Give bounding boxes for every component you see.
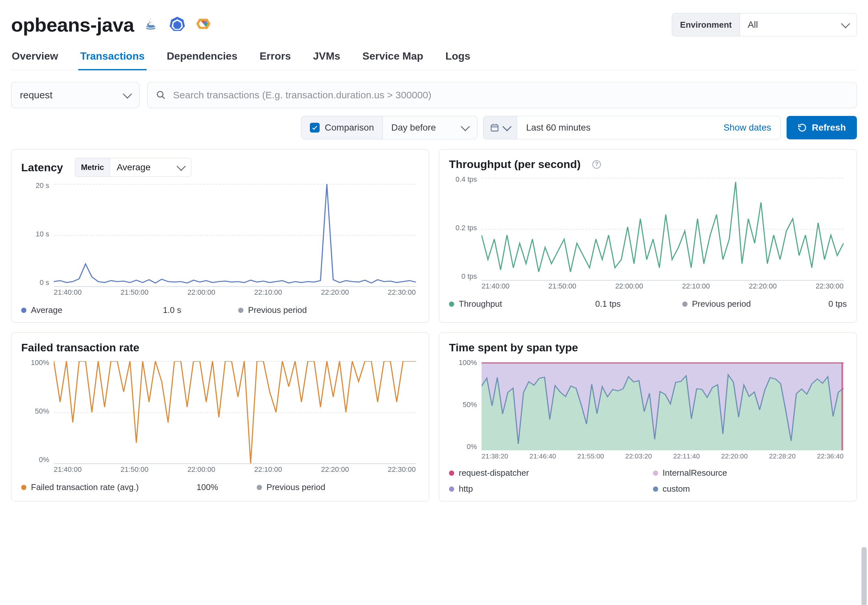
legend-value: 0 tps: [829, 299, 847, 309]
legend-dot: [257, 485, 262, 490]
info-icon[interactable]: ?: [592, 160, 601, 169]
tab-overview[interactable]: Overview: [11, 50, 59, 70]
environment-select[interactable]: All: [739, 13, 857, 37]
legend-dot: [238, 308, 243, 313]
tab-jvms[interactable]: JVMs: [313, 50, 341, 70]
legend-label: custom: [663, 484, 690, 494]
transaction-type-select[interactable]: request: [11, 82, 140, 108]
y-tick: 50%: [35, 408, 49, 415]
transaction-type-value: request: [20, 90, 53, 101]
metric-label: Metric: [75, 158, 110, 177]
panel-title: Latency: [21, 161, 63, 174]
x-tick: 21:55:00: [577, 452, 604, 463]
tab-service-map[interactable]: Service Map: [362, 50, 424, 70]
x-tick: 22:00:00: [615, 282, 643, 293]
failed-rate-chart[interactable]: 100% 50% 0% 21:40:00 21:50:00 22:00:00 2…: [21, 359, 419, 477]
x-tick: 21:50:00: [121, 465, 149, 477]
chevron-down-icon: [123, 90, 132, 99]
x-tick: 22:36:40: [817, 452, 843, 463]
x-tick: 21:40:00: [54, 465, 82, 477]
tab-errors[interactable]: Errors: [259, 50, 291, 70]
svg-point-8: [157, 91, 163, 97]
y-tick: 0 tps: [461, 273, 477, 280]
comparison-toggle[interactable]: Comparison: [301, 116, 383, 139]
legend-dot: [653, 470, 658, 476]
metric-value: Average: [117, 162, 150, 173]
chevron-down-icon: [841, 19, 850, 28]
x-tick: 22:03:20: [625, 452, 652, 463]
y-tick: 0%: [467, 443, 477, 450]
svg-rect-10: [491, 125, 498, 131]
legend-dot: [682, 302, 688, 307]
legend-label: request-dispatcher: [459, 468, 529, 478]
legend-value: 0.1 tps: [595, 299, 621, 309]
tabs: Overview Transactions Dependencies Error…: [11, 40, 857, 70]
legend-dot: [449, 470, 454, 476]
legend-label: Failed transaction rate (avg.): [31, 482, 139, 492]
date-quick-select[interactable]: [483, 116, 517, 139]
panel-span-type: Time spent by span type 100% 50% 0% 21:3…: [439, 333, 857, 501]
environment-label: Environment: [672, 13, 739, 37]
gcp-icon: [195, 15, 211, 34]
panel-title: Time spent by span type: [449, 341, 578, 354]
legend-dot: [449, 302, 454, 307]
show-dates-link[interactable]: Show dates: [723, 122, 771, 133]
panel-latency: Latency Metric Average 20 s 10 s 0 s: [11, 149, 429, 323]
search-placeholder: Search transactions (E.g. transaction.du…: [173, 90, 431, 101]
panel-title: Failed transaction rate: [21, 341, 140, 354]
chevron-down-icon: [461, 122, 470, 131]
x-tick: 21:38:20: [482, 452, 508, 463]
x-tick: 22:10:00: [682, 282, 710, 293]
x-tick: 21:50:00: [549, 282, 577, 293]
tab-transactions[interactable]: Transactions: [79, 50, 145, 70]
date-range[interactable]: Last 60 minutes Show dates: [517, 116, 781, 139]
x-tick: 22:30:00: [388, 465, 416, 477]
chevron-down-icon: [177, 162, 186, 171]
span-type-chart[interactable]: 100% 50% 0% 21:38:20 21:46:40 21:55:00 2…: [449, 359, 847, 463]
legend-value: 1.0 s: [163, 305, 181, 315]
comparison-control: Comparison Day before: [301, 116, 477, 139]
y-tick: 50%: [463, 401, 477, 408]
chevron-down-icon: [502, 122, 512, 131]
service-icons: [143, 15, 211, 34]
legend-label: InternalResource: [663, 468, 727, 478]
kubernetes-icon: [169, 15, 185, 34]
metric-select[interactable]: Average: [110, 158, 191, 177]
refresh-label: Refresh: [812, 122, 846, 133]
y-tick: 20 s: [36, 182, 49, 189]
y-tick: 100%: [31, 359, 49, 366]
throughput-chart[interactable]: 0.4 tps 0.2 tps 0 tps 21:40:00 21:50:00 …: [449, 176, 847, 293]
x-tick: 21:40:00: [482, 282, 510, 293]
x-tick: 22:10:00: [254, 465, 282, 477]
x-tick: 22:30:00: [815, 282, 843, 293]
tab-dependencies[interactable]: Dependencies: [166, 50, 238, 70]
x-tick: 22:20:00: [321, 288, 349, 299]
legend-label: Throughput: [459, 299, 502, 309]
legend-label: Previous period: [692, 299, 751, 309]
x-tick: 22:10:00: [254, 288, 282, 299]
y-tick: 0.4 tps: [456, 176, 477, 183]
legend-label: Average: [31, 305, 62, 315]
x-tick: 22:11:40: [673, 452, 700, 463]
x-tick: 22:28:20: [769, 452, 796, 463]
x-tick: 22:00:00: [188, 288, 215, 299]
refresh-button[interactable]: Refresh: [787, 116, 857, 139]
svg-line-9: [162, 96, 165, 99]
x-tick: 22:20:00: [721, 452, 748, 463]
y-tick: 0 s: [40, 279, 49, 286]
x-tick: 21:50:00: [121, 288, 149, 299]
legend-dot: [653, 486, 658, 492]
latency-chart[interactable]: 20 s 10 s 0 s 21:40:00 21:50:00 22:00:00…: [21, 182, 419, 299]
comparison-label: Comparison: [325, 122, 374, 133]
comparison-select[interactable]: Day before: [383, 116, 477, 139]
comparison-value: Day before: [391, 122, 436, 133]
page-title: opbeans-java: [11, 14, 134, 36]
x-tick: 22:30:00: [388, 288, 416, 299]
x-tick: 22:00:00: [188, 465, 215, 477]
tab-logs[interactable]: Logs: [445, 50, 471, 70]
environment-value: All: [748, 20, 758, 30]
search-input[interactable]: Search transactions (E.g. transaction.du…: [147, 82, 857, 108]
panel-throughput: Throughput (per second) ? 0.4 tps 0.2 tp…: [439, 149, 857, 323]
legend-dot: [21, 485, 26, 490]
legend-label: Previous period: [248, 305, 307, 315]
